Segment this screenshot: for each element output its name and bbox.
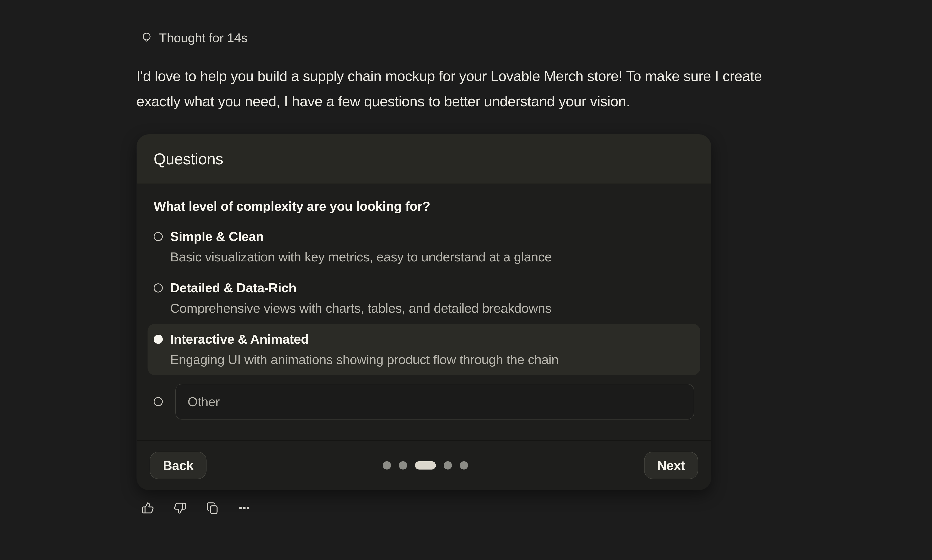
option-text: Simple & Clean Basic visualization with … xyxy=(170,226,552,267)
option-label: Simple & Clean xyxy=(170,226,552,247)
card-header: Questions xyxy=(137,134,711,184)
radio-icon[interactable] xyxy=(154,232,163,241)
option-label: Detailed & Data-Rich xyxy=(170,278,551,298)
pagination-dots xyxy=(383,461,468,469)
option-simple-clean[interactable]: Simple & Clean Basic visualization with … xyxy=(148,221,700,272)
questions-card: Questions What level of complexity are y… xyxy=(137,134,711,490)
more-options-button[interactable] xyxy=(237,502,251,515)
pagination-dot-current[interactable] xyxy=(415,461,436,469)
copy-button[interactable] xyxy=(205,502,219,515)
radio-icon[interactable] xyxy=(154,397,163,406)
next-button[interactable]: Next xyxy=(644,452,698,479)
ellipsis-icon xyxy=(238,502,251,515)
other-input[interactable] xyxy=(176,384,694,420)
message-actions xyxy=(141,502,251,515)
question-text: What level of complexity are you looking… xyxy=(154,199,694,214)
thought-label: Thought for 14s xyxy=(159,31,247,45)
card-body: What level of complexity are you looking… xyxy=(137,184,711,440)
thumbs-up-icon xyxy=(141,502,154,515)
pagination-dot[interactable] xyxy=(460,461,468,469)
card-footer: Back Next xyxy=(137,440,711,490)
option-description: Comprehensive views with charts, tables,… xyxy=(170,298,551,318)
chat-page: Thought for 14s I'd love to help you bui… xyxy=(0,0,932,560)
pagination-dot[interactable] xyxy=(383,461,391,469)
option-description: Engaging UI with animations showing prod… xyxy=(170,349,559,370)
options-list: Simple & Clean Basic visualization with … xyxy=(154,221,694,425)
option-detailed-data-rich[interactable]: Detailed & Data-Rich Comprehensive views… xyxy=(148,272,700,324)
thumbs-down-button[interactable] xyxy=(173,502,187,515)
pagination-dot[interactable] xyxy=(399,461,407,469)
back-button[interactable]: Back xyxy=(150,452,206,479)
card-title: Questions xyxy=(154,150,223,168)
message-line-1: I'd love to help you build a supply chai… xyxy=(136,63,762,89)
option-interactive-animated[interactable]: Interactive & Animated Engaging UI with … xyxy=(148,324,700,375)
option-text: Interactive & Animated Engaging UI with … xyxy=(170,329,559,370)
assistant-message: I'd love to help you build a supply chai… xyxy=(136,63,762,114)
pagination-dot[interactable] xyxy=(444,461,452,469)
option-text: Detailed & Data-Rich Comprehensive views… xyxy=(170,278,551,318)
option-description: Basic visualization with key metrics, ea… xyxy=(170,247,552,267)
lightbulb-icon xyxy=(140,32,153,44)
thumbs-down-icon xyxy=(173,502,186,515)
radio-icon[interactable] xyxy=(154,283,163,292)
option-label: Interactive & Animated xyxy=(170,329,559,349)
thumbs-up-button[interactable] xyxy=(141,502,154,515)
copy-icon xyxy=(206,502,219,515)
thought-toggle[interactable]: Thought for 14s xyxy=(140,31,247,45)
message-line-2: exactly what you need, I have a few ques… xyxy=(136,89,762,114)
radio-icon[interactable] xyxy=(154,335,163,344)
option-other[interactable] xyxy=(148,378,700,425)
